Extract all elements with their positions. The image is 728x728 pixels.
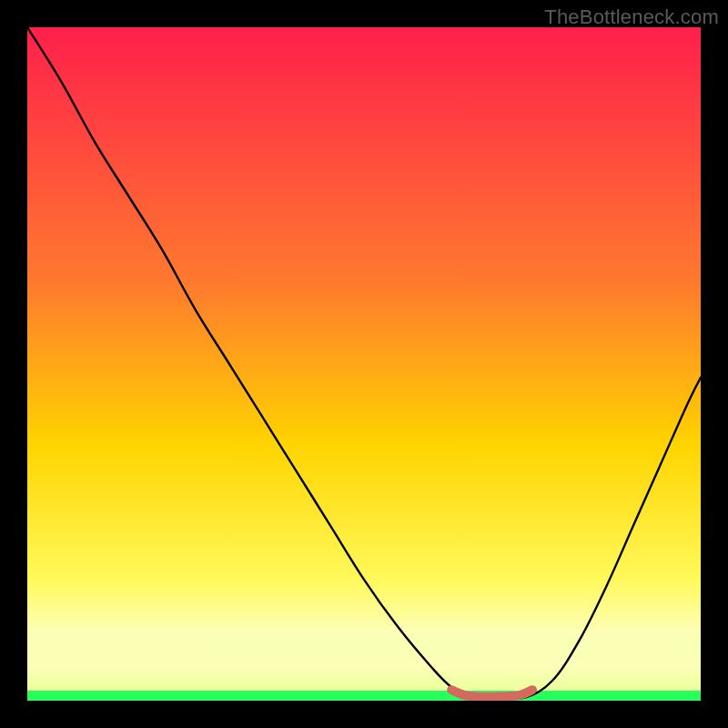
plot-area [27, 27, 701, 701]
watermark-text: TheBottleneck.com [544, 5, 719, 29]
chart-frame: TheBottleneck.com [0, 0, 728, 728]
curve-layer [27, 27, 701, 701]
optimal-range-marker [451, 690, 532, 697]
bottleneck-curve [27, 27, 701, 699]
